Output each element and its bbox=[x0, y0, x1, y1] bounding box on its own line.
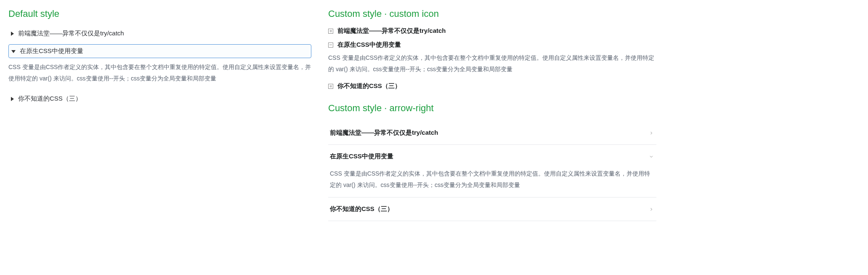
collapse-item: 你不知道的CSS（三） bbox=[328, 82, 656, 90]
collapse-title: 在原生CSS中使用变量 bbox=[20, 47, 83, 55]
collapse-item: 在原生CSS中使用变量 CSS 变量是由CSS作者定义的实体，其中包含要在整个文… bbox=[8, 44, 311, 88]
collapse-item: 你不知道的CSS（三） bbox=[328, 198, 656, 221]
collapse-header[interactable]: 前端魔法堂——异常不仅仅是try/catch bbox=[328, 27, 656, 35]
collapse-item: 你不知道的CSS（三） bbox=[8, 92, 311, 105]
plus-box-icon bbox=[328, 84, 333, 89]
section-title-custom-icon: Custom style · custom icon bbox=[328, 8, 656, 19]
triangle-right-icon bbox=[11, 97, 14, 101]
plus-box-icon bbox=[328, 29, 333, 34]
collapse-custom-icon: 前端魔法堂——异常不仅仅是try/catch 在原生CSS中使用变量 CSS 变… bbox=[328, 27, 656, 90]
collapse-header[interactable]: 前端魔法堂——异常不仅仅是try/catch bbox=[8, 27, 311, 40]
collapse-item: 前端魔法堂——异常不仅仅是try/catch bbox=[328, 27, 656, 35]
collapse-title: 你不知道的CSS（三） bbox=[330, 205, 393, 213]
collapse-content: CSS 变量是由CSS作者定义的实体，其中包含要在整个文档中重复使用的特定值。使… bbox=[328, 49, 656, 76]
collapse-item: 前端魔法堂——异常不仅仅是try/catch bbox=[328, 121, 656, 145]
triangle-down-icon bbox=[11, 50, 16, 53]
collapse-title: 前端魔法堂——异常不仅仅是try/catch bbox=[337, 27, 446, 35]
collapse-title: 前端魔法堂——异常不仅仅是try/catch bbox=[330, 129, 438, 137]
chevron-down-icon bbox=[648, 153, 655, 160]
collapse-item: 在原生CSS中使用变量 CSS 变量是由CSS作者定义的实体，其中包含要在整个文… bbox=[328, 41, 656, 76]
collapse-header[interactable]: 在原生CSS中使用变量 bbox=[328, 41, 656, 49]
collapse-title: 你不知道的CSS（三） bbox=[337, 82, 401, 90]
collapse-default: 前端魔法堂——异常不仅仅是try/catch 在原生CSS中使用变量 CSS 变… bbox=[8, 27, 311, 105]
collapse-title: 前端魔法堂——异常不仅仅是try/catch bbox=[18, 29, 124, 37]
collapse-item: 前端魔法堂——异常不仅仅是try/catch bbox=[8, 27, 311, 40]
chevron-right-icon bbox=[648, 130, 655, 136]
collapse-title: 你不知道的CSS（三） bbox=[18, 95, 82, 103]
section-title-arrow-right: Custom style · arrow-right bbox=[328, 103, 656, 114]
collapse-content: CSS 变量是由CSS作者定义的实体，其中包含要在整个文档中重复使用的特定值。使… bbox=[328, 168, 656, 197]
triangle-right-icon bbox=[11, 32, 14, 36]
collapse-arrow-right: 前端魔法堂——异常不仅仅是try/catch 在原生CSS中使用变量 CSS 变… bbox=[328, 121, 656, 221]
collapse-header[interactable]: 你不知道的CSS（三） bbox=[8, 92, 311, 105]
collapse-content: CSS 变量是由CSS作者定义的实体，其中包含要在整个文档中重复使用的特定值。使… bbox=[8, 58, 311, 88]
collapse-header[interactable]: 前端魔法堂——异常不仅仅是try/catch bbox=[328, 121, 656, 144]
collapse-header[interactable]: 你不知道的CSS（三） bbox=[328, 198, 656, 221]
collapse-item: 在原生CSS中使用变量 CSS 变量是由CSS作者定义的实体，其中包含要在整个文… bbox=[328, 145, 656, 198]
collapse-header[interactable]: 在原生CSS中使用变量 bbox=[8, 44, 311, 58]
collapse-header[interactable]: 你不知道的CSS（三） bbox=[328, 82, 656, 90]
collapse-title: 在原生CSS中使用变量 bbox=[337, 41, 401, 49]
minus-box-icon bbox=[328, 43, 333, 48]
chevron-right-icon bbox=[648, 206, 655, 213]
collapse-header[interactable]: 在原生CSS中使用变量 bbox=[328, 145, 656, 168]
collapse-title: 在原生CSS中使用变量 bbox=[330, 152, 393, 160]
section-title-default: Default style bbox=[8, 8, 311, 19]
